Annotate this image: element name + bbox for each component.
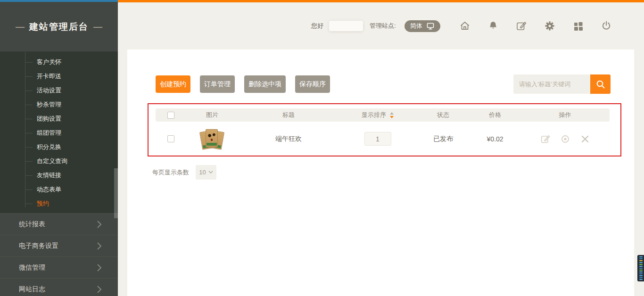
edit-icon[interactable] [540,134,551,144]
username-redacted [329,21,363,31]
sidebar-scrollbar-thumb[interactable] [114,168,118,218]
table-header: 图片 标题 显示排序 状态 价格 操作 [156,108,610,122]
col-status: 状态 [417,111,470,119]
greeting-text: 您好 [311,22,323,30]
title-dash-right: — [93,22,102,32]
title-dash-left: — [16,22,25,32]
table-row: 端午狂欢 已发布 ¥0.02 [156,122,610,156]
per-page-select[interactable]: 10 [196,165,216,180]
product-image [200,128,224,150]
chevron-right-icon [97,263,102,272]
col-sort-order: 显示排序 [339,111,417,119]
sidebar-item-seckill[interactable]: 秒杀管理 [0,98,118,112]
row-price: ¥0.02 [470,135,520,143]
sort-up-icon [390,112,394,115]
sidebar-group-site-logs[interactable]: 网站日志 [0,278,118,296]
sort-order-input[interactable] [364,132,391,146]
top-header: 您好 管理站点: 简体 [311,2,612,49]
sort-toggle[interactable] [390,112,394,118]
sidebar-item-group-management[interactable]: 组团管理 [0,126,118,140]
sidebar-group-wechat-management[interactable]: 微信管理 [0,256,118,278]
chevron-right-icon [97,220,102,229]
apps-grid-icon[interactable] [572,20,584,32]
bell-icon[interactable] [487,20,499,32]
col-image: 图片 [186,111,239,119]
col-price: 价格 [470,111,520,119]
sidebar: — 建站管理后台 — 客户关怀 开卡即送 活动设置 秒杀管理 团购设置 组团管理… [0,2,118,296]
preview-eye-icon[interactable] [560,134,570,144]
save-order-button[interactable]: 保存顺序 [295,75,330,93]
minimap-widget[interactable] [637,255,644,281]
sidebar-title-block: — 建站管理后台 — [0,2,118,52]
sidebar-item-friend-links[interactable]: 友情链接 [0,168,118,182]
col-title: 标题 [239,111,339,119]
order-management-button[interactable]: 订单管理 [200,75,235,93]
sidebar-item-groupbuy-settings[interactable]: 团购设置 [0,112,118,126]
manage-site-label: 管理站点: [370,22,396,30]
sidebar-item-custom-query[interactable]: 自定义查询 [0,154,118,168]
reservations-table: 图片 标题 显示排序 状态 价格 操作 [156,108,610,156]
row-checkbox[interactable] [167,135,174,142]
chevron-right-icon [97,285,102,294]
search-button[interactable] [590,74,611,94]
sidebar-submenu: 客户关怀 开卡即送 活动设置 秒杀管理 团购设置 组团管理 积分兑换 自定义查询… [0,52,118,213]
sidebar-group-statistics[interactable]: 统计报表 [0,213,118,235]
sidebar-item-card-gift[interactable]: 开卡即送 [0,69,118,83]
col-actions: 操作 [520,111,610,119]
sidebar-item-activity-settings[interactable]: 活动设置 [0,83,118,98]
row-actions [540,134,590,144]
search-box [513,74,611,94]
toolbar: 创建预约 订单管理 删除选中项 保存顺序 [156,75,330,93]
header-icon-row [459,20,612,32]
delete-selected-button[interactable]: 删除选中项 [244,75,286,93]
app-title: 建站管理后台 [29,21,89,33]
per-page-label: 每页显示条数 [152,168,189,177]
home-icon[interactable] [459,20,471,32]
sort-down-icon [390,116,394,118]
sidebar-item-dynamic-forms[interactable]: 动态表单 [0,182,118,197]
edit-icon[interactable] [516,20,527,32]
chevron-down-icon [208,171,213,174]
monitor-icon [426,22,435,30]
magnifier-icon [595,79,606,90]
content-panel: 创建预约 订单管理 删除选中项 保存顺序 图片 标题 显示排序 [127,49,634,296]
gear-icon[interactable] [544,20,555,32]
search-input[interactable] [513,74,590,94]
pagination: 每页显示条数 10 [152,165,216,180]
create-reservation-button[interactable]: 创建预约 [156,75,190,93]
language-site-button[interactable]: 简体 [405,20,440,32]
row-status: 已发布 [417,135,470,143]
sidebar-item-points-exchange[interactable]: 积分兑换 [0,140,118,154]
delete-x-icon[interactable] [580,134,590,144]
sidebar-item-reservation[interactable]: 预约 [0,197,118,211]
row-title: 端午狂欢 [239,135,339,143]
sidebar-groups: 统计报表 电子商务设置 微信管理 网站日志 [0,213,118,296]
chevron-right-icon [97,242,102,250]
screen: — 建站管理后台 — 客户关怀 开卡即送 活动设置 秒杀管理 团购设置 组团管理… [0,0,644,296]
select-all-checkbox[interactable] [167,112,174,119]
sidebar-group-ecommerce-settings[interactable]: 电子商务设置 [0,235,118,256]
power-icon[interactable] [601,20,612,32]
sidebar-item-customer-care[interactable]: 客户关怀 [0,55,118,69]
